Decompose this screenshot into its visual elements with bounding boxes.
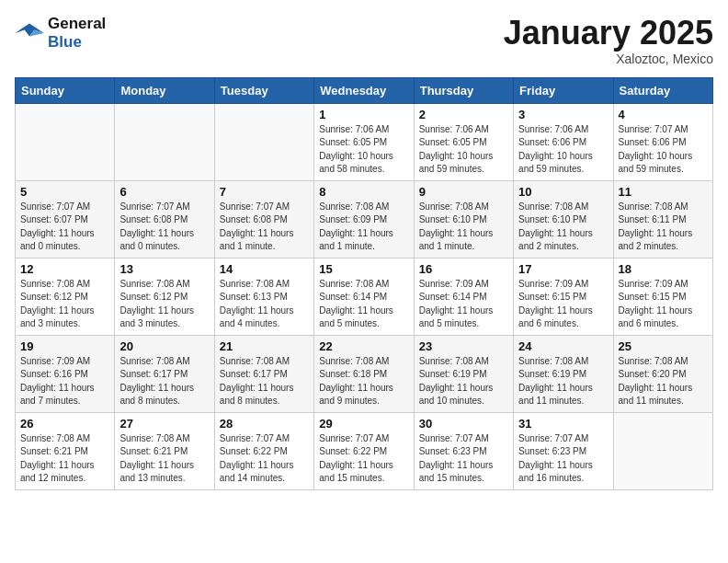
title-block: January 2025 Xaloztoc, Mexico [504,15,713,66]
day-info: Sunrise: 7:07 AM Sunset: 6:22 PM Dayligh… [220,432,309,486]
day-cell-28: 28Sunrise: 7:07 AM Sunset: 6:22 PM Dayli… [214,412,313,489]
day-number: 15 [319,262,408,276]
day-cell-8: 8Sunrise: 7:08 AM Sunset: 6:09 PM Daylig… [314,180,414,258]
empty-cell [613,412,712,489]
day-info: Sunrise: 7:08 AM Sunset: 6:19 PM Dayligh… [419,355,508,408]
day-info: Sunrise: 7:08 AM Sunset: 6:14 PM Dayligh… [319,278,408,331]
day-info: Sunrise: 7:08 AM Sunset: 6:11 PM Dayligh… [619,201,708,254]
day-number: 16 [419,262,508,276]
day-number: 1 [319,108,408,121]
day-info: Sunrise: 7:07 AM Sunset: 6:06 PM Dayligh… [619,123,708,177]
day-number: 20 [119,339,209,353]
day-number: 2 [419,108,508,121]
day-number: 25 [619,339,708,353]
empty-cell [214,103,313,180]
calendar-table: SundayMondayTuesdayWednesdayThursdayFrid… [15,77,713,490]
logo-icon [15,20,44,46]
day-number: 13 [119,262,209,276]
day-number: 12 [20,262,109,276]
day-number: 22 [319,339,408,353]
day-number: 3 [518,108,608,121]
day-cell-30: 30Sunrise: 7:07 AM Sunset: 6:23 PM Dayli… [414,412,513,489]
day-info: Sunrise: 7:07 AM Sunset: 6:07 PM Dayligh… [20,201,109,254]
day-info: Sunrise: 7:07 AM Sunset: 6:08 PM Dayligh… [220,201,309,254]
day-number: 21 [220,339,309,353]
day-number: 9 [419,185,508,199]
svg-marker-0 [15,23,44,36]
day-number: 24 [518,339,608,353]
day-cell-5: 5Sunrise: 7:07 AM Sunset: 6:07 PM Daylig… [16,180,115,258]
day-number: 10 [518,185,608,199]
day-number: 18 [619,262,708,276]
day-number: 26 [20,417,109,431]
day-cell-20: 20Sunrise: 7:08 AM Sunset: 6:17 PM Dayli… [115,335,214,412]
day-info: Sunrise: 7:07 AM Sunset: 6:23 PM Dayligh… [419,432,508,486]
day-number: 19 [20,339,109,353]
day-cell-6: 6Sunrise: 7:07 AM Sunset: 6:08 PM Daylig… [115,180,214,258]
day-number: 27 [119,417,209,431]
day-info: Sunrise: 7:08 AM Sunset: 6:12 PM Dayligh… [20,278,109,331]
day-number: 7 [220,185,309,199]
day-info: Sunrise: 7:09 AM Sunset: 6:16 PM Dayligh… [20,355,109,408]
day-info: Sunrise: 7:06 AM Sunset: 6:06 PM Dayligh… [518,123,608,177]
day-cell-22: 22Sunrise: 7:08 AM Sunset: 6:18 PM Dayli… [314,335,414,412]
empty-cell [115,103,214,180]
day-info: Sunrise: 7:08 AM Sunset: 6:13 PM Dayligh… [220,278,309,331]
day-cell-7: 7Sunrise: 7:07 AM Sunset: 6:08 PM Daylig… [214,180,313,258]
day-cell-31: 31Sunrise: 7:07 AM Sunset: 6:23 PM Dayli… [514,412,613,489]
day-info: Sunrise: 7:08 AM Sunset: 6:19 PM Dayligh… [518,355,608,408]
calendar-title: January 2025 [504,15,713,52]
day-number: 4 [619,108,708,121]
day-cell-9: 9Sunrise: 7:08 AM Sunset: 6:10 PM Daylig… [414,180,513,258]
day-cell-4: 4Sunrise: 7:07 AM Sunset: 6:06 PM Daylig… [613,103,712,180]
page-header: General Blue January 2025 Xaloztoc, Mexi… [15,15,713,66]
day-info: Sunrise: 7:07 AM Sunset: 6:08 PM Dayligh… [119,201,209,254]
weekday-header-tuesday: Tuesday [214,77,313,103]
day-number: 17 [518,262,608,276]
day-info: Sunrise: 7:08 AM Sunset: 6:10 PM Dayligh… [419,201,508,254]
day-cell-25: 25Sunrise: 7:08 AM Sunset: 6:20 PM Dayli… [613,335,712,412]
day-info: Sunrise: 7:09 AM Sunset: 6:15 PM Dayligh… [619,278,708,331]
day-info: Sunrise: 7:09 AM Sunset: 6:14 PM Dayligh… [419,278,508,331]
day-cell-29: 29Sunrise: 7:07 AM Sunset: 6:22 PM Dayli… [314,412,414,489]
logo-line1: General [48,15,106,33]
day-cell-24: 24Sunrise: 7:08 AM Sunset: 6:19 PM Dayli… [514,335,613,412]
weekday-header-friday: Friday [514,77,613,103]
day-number: 28 [220,417,309,431]
day-number: 5 [20,185,109,199]
weekday-header-thursday: Thursday [414,77,513,103]
logo: General Blue [15,15,106,51]
logo-line2: Blue [48,33,106,52]
day-cell-19: 19Sunrise: 7:09 AM Sunset: 6:16 PM Dayli… [16,335,115,412]
day-cell-13: 13Sunrise: 7:08 AM Sunset: 6:12 PM Dayli… [115,258,214,335]
day-cell-26: 26Sunrise: 7:08 AM Sunset: 6:21 PM Dayli… [16,412,115,489]
day-info: Sunrise: 7:08 AM Sunset: 6:20 PM Dayligh… [619,355,708,408]
day-info: Sunrise: 7:08 AM Sunset: 6:17 PM Dayligh… [119,355,209,408]
day-number: 11 [619,185,708,199]
day-number: 29 [319,417,408,431]
day-cell-16: 16Sunrise: 7:09 AM Sunset: 6:14 PM Dayli… [414,258,513,335]
day-info: Sunrise: 7:08 AM Sunset: 6:10 PM Dayligh… [518,201,608,254]
day-info: Sunrise: 7:08 AM Sunset: 6:21 PM Dayligh… [20,432,109,486]
day-cell-12: 12Sunrise: 7:08 AM Sunset: 6:12 PM Dayli… [16,258,115,335]
weekday-header-monday: Monday [115,77,214,103]
day-info: Sunrise: 7:08 AM Sunset: 6:21 PM Dayligh… [119,432,209,486]
day-info: Sunrise: 7:08 AM Sunset: 6:17 PM Dayligh… [220,355,309,408]
day-number: 30 [419,417,508,431]
weekday-header-wednesday: Wednesday [314,77,414,103]
empty-cell [16,103,115,180]
day-info: Sunrise: 7:07 AM Sunset: 6:23 PM Dayligh… [518,432,608,486]
day-cell-3: 3Sunrise: 7:06 AM Sunset: 6:06 PM Daylig… [514,103,613,180]
calendar-subtitle: Xaloztoc, Mexico [504,52,713,66]
day-info: Sunrise: 7:08 AM Sunset: 6:12 PM Dayligh… [119,278,209,331]
day-cell-23: 23Sunrise: 7:08 AM Sunset: 6:19 PM Dayli… [414,335,513,412]
day-info: Sunrise: 7:09 AM Sunset: 6:15 PM Dayligh… [518,278,608,331]
day-cell-15: 15Sunrise: 7:08 AM Sunset: 6:14 PM Dayli… [314,258,414,335]
day-cell-17: 17Sunrise: 7:09 AM Sunset: 6:15 PM Dayli… [514,258,613,335]
day-number: 8 [319,185,408,199]
day-number: 6 [119,185,209,199]
day-cell-2: 2Sunrise: 7:06 AM Sunset: 6:05 PM Daylig… [414,103,513,180]
day-number: 23 [419,339,508,353]
day-info: Sunrise: 7:06 AM Sunset: 6:05 PM Dayligh… [419,123,508,177]
day-info: Sunrise: 7:06 AM Sunset: 6:05 PM Dayligh… [319,123,408,177]
